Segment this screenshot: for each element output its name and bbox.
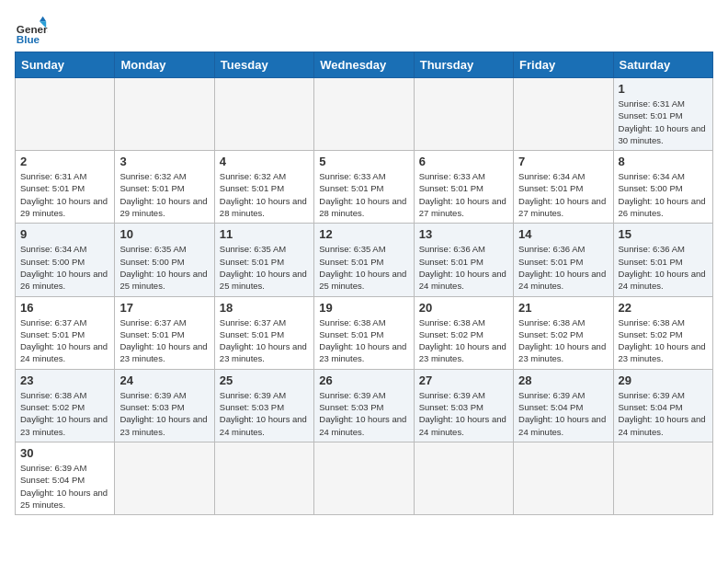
day-number: 7	[518, 155, 608, 168]
calendar-cell: 27Sunrise: 6:39 AM Sunset: 5:03 PM Dayli…	[414, 369, 513, 442]
col-friday: Friday	[514, 52, 613, 78]
day-info: Sunrise: 6:34 AM Sunset: 5:00 PM Dayligh…	[20, 243, 109, 292]
calendar-cell: 4Sunrise: 6:32 AM Sunset: 5:01 PM Daylig…	[214, 151, 313, 224]
calendar-cell: 29Sunrise: 6:39 AM Sunset: 5:04 PM Dayli…	[613, 369, 712, 442]
day-info: Sunrise: 6:33 AM Sunset: 5:01 PM Dayligh…	[319, 170, 408, 219]
svg-text:Blue: Blue	[17, 33, 40, 45]
day-number: 3	[119, 155, 209, 168]
calendar-cell: 20Sunrise: 6:38 AM Sunset: 5:02 PM Dayli…	[414, 296, 513, 369]
day-number: 14	[518, 227, 608, 241]
page-header: General Blue	[15, 15, 713, 48]
day-info: Sunrise: 6:39 AM Sunset: 5:03 PM Dayligh…	[319, 389, 408, 438]
calendar-cell: 10Sunrise: 6:35 AM Sunset: 5:00 PM Dayli…	[115, 224, 214, 296]
generalblue-logo-icon: General Blue	[15, 15, 48, 48]
day-number: 17	[119, 301, 209, 315]
day-info: Sunrise: 6:39 AM Sunset: 5:03 PM Dayligh…	[220, 389, 309, 438]
calendar-header-row: Sunday Monday Tuesday Wednesday Thursday…	[16, 52, 713, 78]
calendar-cell: 18Sunrise: 6:37 AM Sunset: 5:01 PM Dayli…	[214, 296, 313, 369]
calendar-cell: 9Sunrise: 6:34 AM Sunset: 5:00 PM Daylig…	[16, 224, 115, 296]
day-info: Sunrise: 6:39 AM Sunset: 5:04 PM Dayligh…	[619, 389, 708, 438]
calendar-cell: 19Sunrise: 6:38 AM Sunset: 5:01 PM Dayli…	[314, 296, 414, 369]
day-number: 13	[419, 227, 508, 241]
calendar-cell	[16, 78, 115, 151]
col-wednesday: Wednesday	[314, 52, 414, 78]
day-info: Sunrise: 6:38 AM Sunset: 5:02 PM Dayligh…	[20, 389, 109, 438]
calendar-cell: 1Sunrise: 6:31 AM Sunset: 5:01 PM Daylig…	[613, 78, 712, 151]
calendar-cell: 16Sunrise: 6:37 AM Sunset: 5:01 PM Dayli…	[16, 296, 115, 369]
day-number: 26	[319, 373, 408, 387]
day-info: Sunrise: 6:39 AM Sunset: 5:03 PM Dayligh…	[119, 389, 209, 438]
day-number: 2	[20, 155, 109, 168]
day-number: 23	[20, 373, 109, 387]
day-info: Sunrise: 6:36 AM Sunset: 5:01 PM Dayligh…	[619, 243, 708, 292]
day-number: 11	[220, 227, 309, 241]
calendar-cell: 6Sunrise: 6:33 AM Sunset: 5:01 PM Daylig…	[414, 151, 513, 224]
calendar-week-row: 23Sunrise: 6:38 AM Sunset: 5:02 PM Dayli…	[16, 369, 713, 442]
calendar-cell	[314, 78, 414, 151]
day-number: 24	[119, 373, 209, 387]
calendar-cell	[514, 78, 613, 151]
day-number: 20	[419, 301, 508, 315]
day-number: 27	[419, 373, 508, 387]
day-number: 6	[419, 155, 508, 168]
calendar-cell	[414, 442, 513, 514]
calendar-cell: 22Sunrise: 6:38 AM Sunset: 5:02 PM Dayli…	[613, 296, 712, 369]
day-number: 12	[319, 227, 408, 241]
calendar-cell: 30Sunrise: 6:39 AM Sunset: 5:04 PM Dayli…	[16, 442, 115, 514]
col-monday: Monday	[115, 52, 214, 78]
day-info: Sunrise: 6:38 AM Sunset: 5:02 PM Dayligh…	[419, 316, 508, 365]
day-number: 19	[319, 301, 408, 315]
day-number: 8	[619, 155, 708, 168]
calendar-cell	[414, 78, 513, 151]
day-number: 9	[20, 227, 109, 241]
day-number: 1	[619, 82, 708, 96]
calendar-cell: 3Sunrise: 6:32 AM Sunset: 5:01 PM Daylig…	[115, 151, 214, 224]
day-info: Sunrise: 6:36 AM Sunset: 5:01 PM Dayligh…	[419, 243, 508, 292]
day-info: Sunrise: 6:37 AM Sunset: 5:01 PM Dayligh…	[119, 316, 209, 365]
day-info: Sunrise: 6:32 AM Sunset: 5:01 PM Dayligh…	[220, 170, 309, 219]
col-thursday: Thursday	[414, 52, 513, 78]
day-number: 28	[518, 373, 608, 387]
day-info: Sunrise: 6:38 AM Sunset: 5:02 PM Dayligh…	[619, 316, 708, 365]
day-info: Sunrise: 6:32 AM Sunset: 5:01 PM Dayligh…	[119, 170, 209, 219]
day-info: Sunrise: 6:35 AM Sunset: 5:00 PM Dayligh…	[119, 243, 209, 292]
day-info: Sunrise: 6:31 AM Sunset: 5:01 PM Dayligh…	[20, 170, 109, 219]
calendar-cell: 28Sunrise: 6:39 AM Sunset: 5:04 PM Dayli…	[514, 369, 613, 442]
day-number: 15	[619, 227, 708, 241]
day-info: Sunrise: 6:34 AM Sunset: 5:00 PM Dayligh…	[619, 170, 708, 219]
day-number: 29	[619, 373, 708, 387]
calendar-week-row: 16Sunrise: 6:37 AM Sunset: 5:01 PM Dayli…	[16, 296, 713, 369]
calendar-cell	[514, 442, 613, 514]
logo: General Blue	[15, 15, 48, 48]
calendar-cell	[115, 442, 214, 514]
day-info: Sunrise: 6:38 AM Sunset: 5:01 PM Dayligh…	[319, 316, 408, 365]
calendar-cell: 12Sunrise: 6:35 AM Sunset: 5:01 PM Dayli…	[314, 224, 414, 296]
day-info: Sunrise: 6:37 AM Sunset: 5:01 PM Dayligh…	[20, 316, 109, 365]
calendar-cell	[214, 442, 313, 514]
day-number: 5	[319, 155, 408, 168]
day-info: Sunrise: 6:39 AM Sunset: 5:04 PM Dayligh…	[518, 389, 608, 438]
day-info: Sunrise: 6:31 AM Sunset: 5:01 PM Dayligh…	[619, 98, 708, 146]
svg-marker-2	[40, 17, 46, 21]
calendar-week-row: 9Sunrise: 6:34 AM Sunset: 5:00 PM Daylig…	[16, 224, 713, 296]
day-info: Sunrise: 6:37 AM Sunset: 5:01 PM Dayligh…	[220, 316, 309, 365]
day-info: Sunrise: 6:34 AM Sunset: 5:01 PM Dayligh…	[518, 170, 608, 219]
calendar-cell: 24Sunrise: 6:39 AM Sunset: 5:03 PM Dayli…	[115, 369, 214, 442]
calendar-cell: 26Sunrise: 6:39 AM Sunset: 5:03 PM Dayli…	[314, 369, 414, 442]
day-number: 30	[20, 446, 109, 460]
calendar-cell: 11Sunrise: 6:35 AM Sunset: 5:01 PM Dayli…	[214, 224, 313, 296]
calendar-cell	[613, 442, 712, 514]
calendar-cell	[214, 78, 313, 151]
col-saturday: Saturday	[613, 52, 712, 78]
day-info: Sunrise: 6:35 AM Sunset: 5:01 PM Dayligh…	[319, 243, 408, 292]
calendar-cell: 21Sunrise: 6:38 AM Sunset: 5:02 PM Dayli…	[514, 296, 613, 369]
day-info: Sunrise: 6:39 AM Sunset: 5:03 PM Dayligh…	[419, 389, 508, 438]
col-tuesday: Tuesday	[214, 52, 313, 78]
calendar-week-row: 2Sunrise: 6:31 AM Sunset: 5:01 PM Daylig…	[16, 151, 713, 224]
calendar-week-row: 1Sunrise: 6:31 AM Sunset: 5:01 PM Daylig…	[16, 78, 713, 151]
day-number: 25	[220, 373, 309, 387]
calendar-cell: 14Sunrise: 6:36 AM Sunset: 5:01 PM Dayli…	[514, 224, 613, 296]
calendar-cell: 13Sunrise: 6:36 AM Sunset: 5:01 PM Dayli…	[414, 224, 513, 296]
day-info: Sunrise: 6:36 AM Sunset: 5:01 PM Dayligh…	[518, 243, 608, 292]
day-number: 22	[619, 301, 708, 315]
